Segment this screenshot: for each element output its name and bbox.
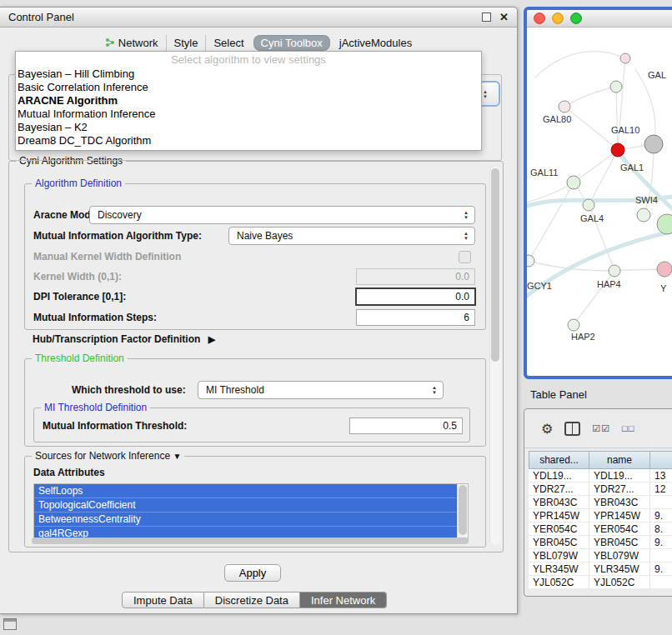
- network-node[interactable]: [527, 255, 534, 267]
- hub-definition-expander[interactable]: Hub/Transcription Factor Definition ▶: [33, 333, 215, 345]
- algorithm-option[interactable]: Mutual Information Inference: [16, 108, 481, 121]
- aracne-mode-select[interactable]: Discovery ▲▼: [89, 206, 475, 224]
- table-cell: YER054C: [529, 522, 589, 536]
- tab-jactivemodules[interactable]: jActiveModules: [332, 35, 419, 51]
- algorithm-option[interactable]: Bayesian – Hill Climbing: [16, 68, 481, 81]
- combo-stepper-icon: ▲▼: [429, 382, 440, 398]
- table-row[interactable]: YDL19...YDL19...13: [529, 469, 672, 482]
- close-traffic-light-icon[interactable]: [534, 12, 545, 24]
- threshold-definition-title: Threshold Definition: [32, 352, 128, 364]
- table-row[interactable]: YJL052CYJL052C: [529, 576, 672, 589]
- minimized-panel-icon[interactable]: [3, 618, 17, 630]
- deselect-all-checks-icon[interactable]: □□: [622, 423, 634, 433]
- float-window-icon[interactable]: [482, 12, 491, 22]
- dpi-tolerance-field[interactable]: 0.0: [355, 288, 476, 306]
- apply-button[interactable]: Apply: [224, 564, 281, 582]
- hub-definition-label: Hub/Transcription Factor Definition: [33, 333, 200, 345]
- network-node[interactable]: [559, 101, 570, 112]
- dropdown-placeholder: Select algorithm to view settings: [16, 52, 481, 68]
- table-row[interactable]: YLR345WYLR345W9.: [529, 562, 672, 576]
- network-view-window: GALGAL80GAL10GAL11GAL1SWI4GAL4GCY1HAP4YH…: [524, 7, 672, 379]
- table-row[interactable]: YBR045CYBR045C9.: [529, 536, 672, 549]
- table-cell: YLR345W: [529, 562, 589, 576]
- gear-icon[interactable]: ⚙: [541, 421, 553, 437]
- table-cell: YER054C: [589, 522, 650, 536]
- network-node[interactable]: [567, 176, 580, 189]
- node-label: GAL11: [530, 168, 558, 178]
- table-cell: YBR043C: [529, 496, 589, 509]
- sources-group-title[interactable]: Sources for Network Inference ▼: [32, 450, 184, 462]
- tab-impute-data[interactable]: Impute Data: [122, 592, 204, 608]
- tab-select[interactable]: Select: [205, 35, 251, 51]
- which-threshold-select[interactable]: MI Threshold ▲▼: [198, 381, 444, 399]
- node-label: GAL: [648, 70, 666, 80]
- mi-steps-field[interactable]: 6: [356, 309, 475, 326]
- mi-type-label: Mutual Information Algorithm Type:: [33, 227, 202, 245]
- network-node[interactable]: [610, 81, 622, 92]
- algorithm-option[interactable]: ARACNE Algorithm: [16, 94, 481, 108]
- network-node[interactable]: [568, 319, 579, 331]
- select-all-checks-icon[interactable]: ☑☑: [592, 423, 610, 434]
- network-node[interactable]: [644, 135, 663, 153]
- network-node[interactable]: [637, 208, 650, 222]
- attribute-item[interactable]: SelfLoops: [34, 484, 458, 498]
- algorithm-definition-title: Algorithm Definition: [32, 178, 125, 189]
- mi-type-select[interactable]: Naive Bayes ▲▼: [228, 227, 475, 245]
- columns-icon[interactable]: [564, 422, 580, 436]
- cyni-algorithm-settings-group: Cyni Algorithm Settings Algorithm Defini…: [8, 161, 504, 552]
- algorithm-option[interactable]: Dream8 DC_TDC Algorithm: [16, 134, 481, 148]
- horizontal-scrollbar[interactable]: [32, 538, 469, 544]
- data-attributes-list: SelfLoopsTopologicalCoefficientBetweenne…: [34, 484, 458, 541]
- network-node[interactable]: [583, 199, 594, 211]
- table-panel-window: ⚙ ☑☑ □□ shared... name YDL19...YDL19...1…: [524, 408, 672, 597]
- column-header-shared-name[interactable]: shared...: [529, 451, 589, 469]
- attribute-item[interactable]: TopologicalCoefficient: [34, 498, 458, 512]
- table-row[interactable]: YDR27...YDR27...12: [529, 482, 672, 496]
- table-row[interactable]: YBL079WYBL079W: [529, 549, 672, 562]
- table-row[interactable]: YBR043CYBR043C: [529, 496, 672, 509]
- network-node[interactable]: [620, 53, 630, 63]
- table-cell: 12: [650, 482, 672, 496]
- tab-network-label: Network: [118, 37, 158, 49]
- combo-stepper-icon: ▲▼: [460, 207, 472, 223]
- column-header-name[interactable]: name: [589, 451, 650, 469]
- table-cell: [650, 549, 672, 562]
- settings-scrollbar[interactable]: [489, 167, 501, 545]
- network-viewport[interactable]: GALGAL80GAL10GAL11GAL1SWI4GAL4GCY1HAP4YH…: [527, 28, 672, 360]
- network-window-titlebar[interactable]: [527, 10, 672, 28]
- network-node[interactable]: [657, 214, 672, 234]
- list-scrollbar[interactable]: [457, 484, 468, 541]
- mi-threshold-field[interactable]: 0.5: [349, 418, 463, 434]
- tab-style[interactable]: Style: [166, 35, 206, 51]
- network-node[interactable]: [609, 265, 620, 277]
- network-canvas[interactable]: GALGAL80GAL10GAL11GAL1SWI4GAL4GCY1HAP4YH…: [527, 28, 672, 360]
- tab-network[interactable]: Network: [98, 35, 166, 51]
- mi-threshold-group-title: MI Threshold Definition: [41, 402, 150, 413]
- network-node[interactable]: [657, 262, 672, 277]
- table-row[interactable]: YPR145WYPR145W9.: [529, 509, 672, 522]
- bottom-tabbar: Impute Data Discretize Data Infer Networ…: [122, 592, 387, 608]
- zoom-traffic-light-icon[interactable]: [570, 12, 582, 24]
- network-icon: [105, 38, 115, 48]
- minimize-traffic-light-icon[interactable]: [552, 12, 564, 24]
- tab-cyni-toolbox[interactable]: Cyni Toolbox: [253, 35, 330, 51]
- column-header-extra[interactable]: [650, 451, 672, 469]
- attribute-item[interactable]: BetweennessCentrality: [34, 512, 458, 527]
- close-window-icon[interactable]: ✕: [499, 11, 509, 23]
- table-cell: YPR145W: [529, 509, 589, 522]
- data-attributes-label: Data Attributes: [33, 463, 105, 482]
- algorithm-option[interactable]: Bayesian – K2: [16, 121, 481, 134]
- table-cell: 13: [650, 469, 672, 482]
- table-cell: YBR045C: [589, 536, 650, 549]
- node-label: Y: [660, 283, 667, 293]
- manual-kernel-checkbox[interactable]: [459, 251, 471, 263]
- table-cell: YJL052C: [589, 576, 650, 589]
- tab-discretize-data[interactable]: Discretize Data: [204, 592, 300, 608]
- algorithm-option[interactable]: Basic Correlation Inference: [16, 81, 481, 94]
- kernel-width-field[interactable]: 0.0: [356, 268, 475, 285]
- network-node[interactable]: [611, 143, 624, 157]
- control-panel-titlebar[interactable]: Control Panel ✕: [0, 8, 517, 28]
- table-cell: YBR043C: [589, 496, 650, 509]
- table-row[interactable]: YER054CYER054C8.: [529, 522, 672, 536]
- tab-infer-network[interactable]: Infer Network: [300, 592, 387, 608]
